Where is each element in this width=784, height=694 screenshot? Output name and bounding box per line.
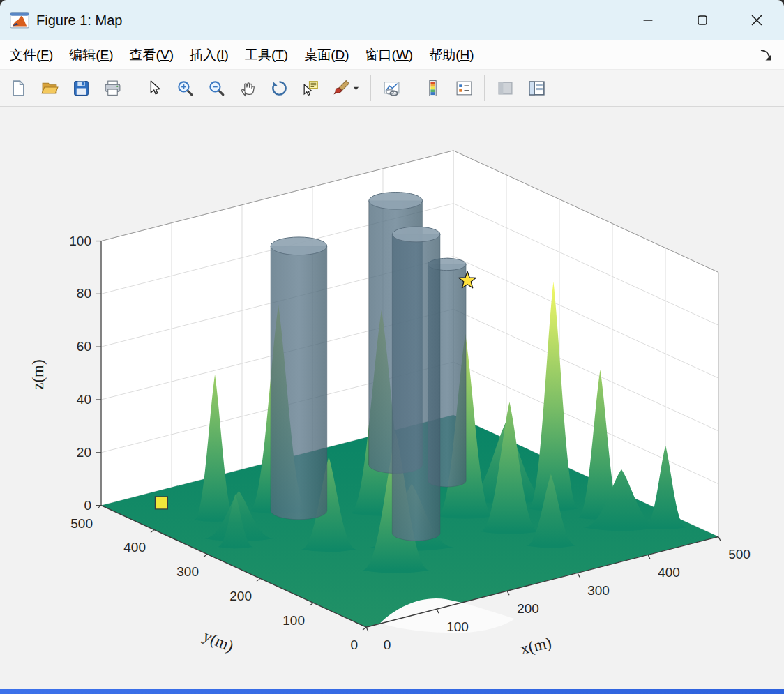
link-plot-button[interactable]	[380, 76, 402, 100]
svg-text:200: 200	[517, 601, 539, 616]
figure-canvas[interactable]: 0100200300400500010020030040050002040608…	[0, 107, 784, 689]
svg-text:40: 40	[77, 392, 91, 407]
matlab-figure-window: Figure 1: Map 文件(F)编辑(E)查看(V)插入(I)工具(T)桌…	[0, 0, 784, 694]
menu-item-window[interactable]: 窗口(W)	[365, 46, 414, 64]
toolbar-separator	[133, 75, 133, 101]
new-figure-button[interactable]	[7, 76, 29, 100]
hide-plot-tools-button[interactable]	[494, 76, 516, 100]
menu-item-file[interactable]: 文件(F)	[10, 46, 53, 64]
open-file-button[interactable]	[38, 76, 61, 100]
menu-items: 文件(F)编辑(E)查看(V)插入(I)工具(T)桌面(D)窗口(W)帮助(H)	[10, 46, 490, 64]
axes-3d[interactable]: 0100200300400500010020030040050002040608…	[0, 107, 784, 689]
hide-plot-tools-icon	[496, 79, 515, 98]
data-cursor-button[interactable]	[299, 76, 322, 100]
svg-text:500: 500	[728, 547, 751, 561]
svg-text:60: 60	[77, 339, 91, 354]
new-figure-icon	[9, 79, 28, 98]
svg-text:0: 0	[84, 498, 91, 513]
svg-text:0: 0	[384, 638, 391, 652]
print-figure-button[interactable]	[101, 76, 123, 100]
bottom-accent-strip	[0, 689, 784, 694]
data-cursor-icon	[301, 79, 320, 98]
svg-text:0: 0	[350, 638, 358, 652]
y-axis-label: y(m)	[201, 627, 236, 656]
show-plot-tools-icon	[527, 79, 546, 98]
menu-item-insert[interactable]: 插入(I)	[190, 46, 229, 64]
toolbar-separator	[484, 75, 485, 101]
menu-item-view[interactable]: 查看(V)	[130, 46, 174, 64]
menu-item-tools[interactable]: 工具(T)	[245, 46, 288, 64]
svg-text:400: 400	[123, 540, 146, 555]
legend-icon	[455, 79, 474, 98]
minimize-button[interactable]	[621, 0, 675, 40]
svg-text:100: 100	[282, 613, 305, 628]
hand-icon	[239, 79, 257, 98]
svg-text:80: 80	[77, 286, 91, 301]
svg-text:20: 20	[77, 445, 91, 460]
colorbar-icon	[423, 79, 442, 98]
show-plot-tools-button[interactable]	[525, 76, 548, 100]
cylinder-obstacle	[271, 246, 327, 520]
toolbar-separator	[412, 75, 412, 101]
link-plot-icon	[382, 79, 401, 98]
zoom-out-icon	[207, 79, 226, 98]
brush-dropdown-caret	[352, 84, 360, 92]
cylinder-obstacle	[392, 234, 440, 541]
brush-icon	[332, 79, 351, 98]
svg-text:200: 200	[229, 589, 252, 603]
brush-data-button[interactable]	[331, 76, 361, 100]
svg-text:100: 100	[446, 619, 469, 634]
save-icon	[72, 79, 91, 98]
pointer-icon	[144, 79, 163, 98]
x-axis-label: x(m)	[519, 634, 553, 658]
rotate-3d-button[interactable]	[268, 76, 290, 100]
menu-item-edit[interactable]: 编辑(E)	[69, 46, 113, 64]
svg-text:300: 300	[176, 564, 199, 579]
zoom-out-button[interactable]	[205, 76, 227, 100]
close-button[interactable]	[730, 0, 784, 40]
edit-plot-button[interactable]	[142, 76, 165, 100]
dock-arrow-icon[interactable]	[759, 47, 774, 63]
maximize-button[interactable]	[675, 0, 730, 40]
svg-text:500: 500	[70, 516, 93, 531]
svg-text:300: 300	[587, 583, 610, 598]
menu-item-desktop[interactable]: 桌面(D)	[304, 46, 349, 64]
svg-text:400: 400	[658, 565, 680, 580]
matlab-figure-icon	[10, 12, 29, 29]
z-axis-label: z(m)	[29, 359, 47, 389]
open-folder-icon	[40, 79, 59, 98]
save-figure-button[interactable]	[70, 76, 92, 100]
menu-bar: 文件(F)编辑(E)查看(V)插入(I)工具(T)桌面(D)窗口(W)帮助(H)	[0, 40, 784, 70]
menu-item-help[interactable]: 帮助(H)	[429, 46, 474, 64]
toolbar-separator	[370, 75, 371, 101]
insert-colorbar-button[interactable]	[421, 76, 444, 100]
insert-legend-button[interactable]	[453, 76, 475, 100]
start-square-marker	[155, 497, 167, 509]
toolbar	[0, 70, 784, 107]
zoom-in-button[interactable]	[174, 76, 196, 100]
print-icon	[103, 79, 122, 98]
svg-text:100: 100	[69, 234, 91, 248]
window-controls	[621, 0, 784, 40]
titlebar[interactable]: Figure 1: Map	[0, 0, 784, 40]
pan-button[interactable]	[236, 76, 259, 100]
rotate-icon	[270, 79, 289, 98]
zoom-in-icon	[176, 79, 195, 98]
window-title: Figure 1: Map	[36, 13, 122, 29]
